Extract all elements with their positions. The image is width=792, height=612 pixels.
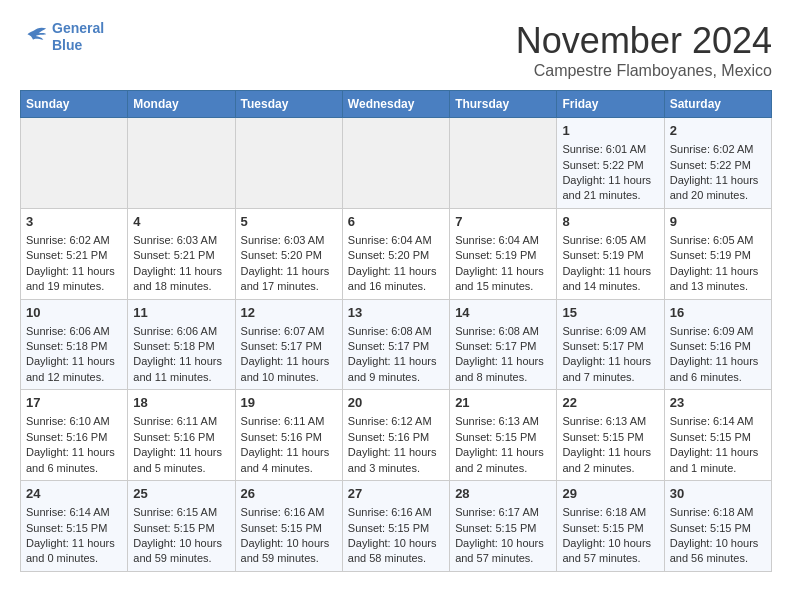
daylight-text: Daylight: 11 hours and 8 minutes. xyxy=(455,355,544,382)
sunrise-text: Sunrise: 6:11 AM xyxy=(241,415,325,427)
calendar-cell: 28 Sunrise: 6:17 AM Sunset: 5:15 PM Dayl… xyxy=(450,481,557,572)
daylight-text: Daylight: 11 hours and 3 minutes. xyxy=(348,446,437,473)
daylight-text: Daylight: 11 hours and 2 minutes. xyxy=(455,446,544,473)
calendar-cell: 26 Sunrise: 6:16 AM Sunset: 5:15 PM Dayl… xyxy=(235,481,342,572)
calendar-table: SundayMondayTuesdayWednesdayThursdayFrid… xyxy=(20,90,772,572)
sunset-text: Sunset: 5:15 PM xyxy=(670,522,751,534)
calendar-cell: 8 Sunrise: 6:05 AM Sunset: 5:19 PM Dayli… xyxy=(557,208,664,299)
calendar-cell: 15 Sunrise: 6:09 AM Sunset: 5:17 PM Dayl… xyxy=(557,299,664,390)
sunset-text: Sunset: 5:18 PM xyxy=(26,340,107,352)
sunrise-text: Sunrise: 6:06 AM xyxy=(133,325,217,337)
sunset-text: Sunset: 5:21 PM xyxy=(26,249,107,261)
daylight-text: Daylight: 10 hours and 59 minutes. xyxy=(133,537,222,564)
day-number: 9 xyxy=(670,213,766,231)
calendar-cell: 6 Sunrise: 6:04 AM Sunset: 5:20 PM Dayli… xyxy=(342,208,449,299)
sunrise-text: Sunrise: 6:06 AM xyxy=(26,325,110,337)
calendar-cell: 25 Sunrise: 6:15 AM Sunset: 5:15 PM Dayl… xyxy=(128,481,235,572)
calendar-cell: 11 Sunrise: 6:06 AM Sunset: 5:18 PM Dayl… xyxy=(128,299,235,390)
calendar-cell: 23 Sunrise: 6:14 AM Sunset: 5:15 PM Dayl… xyxy=(664,390,771,481)
sunrise-text: Sunrise: 6:07 AM xyxy=(241,325,325,337)
daylight-text: Daylight: 11 hours and 13 minutes. xyxy=(670,265,759,292)
day-number: 11 xyxy=(133,304,229,322)
daylight-text: Daylight: 11 hours and 16 minutes. xyxy=(348,265,437,292)
calendar-cell: 21 Sunrise: 6:13 AM Sunset: 5:15 PM Dayl… xyxy=(450,390,557,481)
calendar-header-row: SundayMondayTuesdayWednesdayThursdayFrid… xyxy=(21,91,772,118)
calendar-cell xyxy=(128,118,235,209)
weekday-header: Sunday xyxy=(21,91,128,118)
day-number: 28 xyxy=(455,485,551,503)
sunset-text: Sunset: 5:17 PM xyxy=(348,340,429,352)
sunrise-text: Sunrise: 6:12 AM xyxy=(348,415,432,427)
sunrise-text: Sunrise: 6:05 AM xyxy=(670,234,754,246)
calendar-cell: 29 Sunrise: 6:18 AM Sunset: 5:15 PM Dayl… xyxy=(557,481,664,572)
day-number: 21 xyxy=(455,394,551,412)
logo: General Blue xyxy=(20,20,104,54)
sunrise-text: Sunrise: 6:02 AM xyxy=(670,143,754,155)
sunset-text: Sunset: 5:15 PM xyxy=(26,522,107,534)
weekday-header: Thursday xyxy=(450,91,557,118)
sunrise-text: Sunrise: 6:10 AM xyxy=(26,415,110,427)
day-number: 26 xyxy=(241,485,337,503)
sunrise-text: Sunrise: 6:04 AM xyxy=(455,234,539,246)
sunset-text: Sunset: 5:15 PM xyxy=(455,522,536,534)
day-number: 4 xyxy=(133,213,229,231)
page-header: General Blue November 2024 Campestre Fla… xyxy=(20,20,772,80)
sunset-text: Sunset: 5:22 PM xyxy=(562,159,643,171)
sunset-text: Sunset: 5:17 PM xyxy=(562,340,643,352)
day-number: 6 xyxy=(348,213,444,231)
day-number: 20 xyxy=(348,394,444,412)
daylight-text: Daylight: 10 hours and 59 minutes. xyxy=(241,537,330,564)
daylight-text: Daylight: 11 hours and 17 minutes. xyxy=(241,265,330,292)
sunset-text: Sunset: 5:16 PM xyxy=(241,431,322,443)
sunrise-text: Sunrise: 6:16 AM xyxy=(348,506,432,518)
sunrise-text: Sunrise: 6:14 AM xyxy=(670,415,754,427)
sunset-text: Sunset: 5:17 PM xyxy=(241,340,322,352)
sunset-text: Sunset: 5:19 PM xyxy=(562,249,643,261)
calendar-cell: 22 Sunrise: 6:13 AM Sunset: 5:15 PM Dayl… xyxy=(557,390,664,481)
daylight-text: Daylight: 11 hours and 15 minutes. xyxy=(455,265,544,292)
calendar-week-row: 24 Sunrise: 6:14 AM Sunset: 5:15 PM Dayl… xyxy=(21,481,772,572)
sunrise-text: Sunrise: 6:11 AM xyxy=(133,415,217,427)
sunrise-text: Sunrise: 6:08 AM xyxy=(348,325,432,337)
sunrise-text: Sunrise: 6:04 AM xyxy=(348,234,432,246)
calendar-cell: 7 Sunrise: 6:04 AM Sunset: 5:19 PM Dayli… xyxy=(450,208,557,299)
day-number: 2 xyxy=(670,122,766,140)
day-number: 29 xyxy=(562,485,658,503)
sunset-text: Sunset: 5:16 PM xyxy=(26,431,107,443)
daylight-text: Daylight: 11 hours and 9 minutes. xyxy=(348,355,437,382)
sunrise-text: Sunrise: 6:13 AM xyxy=(455,415,539,427)
day-number: 25 xyxy=(133,485,229,503)
weekday-header: Friday xyxy=(557,91,664,118)
calendar-cell: 20 Sunrise: 6:12 AM Sunset: 5:16 PM Dayl… xyxy=(342,390,449,481)
sunset-text: Sunset: 5:17 PM xyxy=(455,340,536,352)
sunset-text: Sunset: 5:21 PM xyxy=(133,249,214,261)
daylight-text: Daylight: 10 hours and 57 minutes. xyxy=(455,537,544,564)
calendar-cell: 12 Sunrise: 6:07 AM Sunset: 5:17 PM Dayl… xyxy=(235,299,342,390)
sunrise-text: Sunrise: 6:03 AM xyxy=(133,234,217,246)
sunset-text: Sunset: 5:20 PM xyxy=(348,249,429,261)
daylight-text: Daylight: 10 hours and 58 minutes. xyxy=(348,537,437,564)
sunrise-text: Sunrise: 6:02 AM xyxy=(26,234,110,246)
daylight-text: Daylight: 11 hours and 20 minutes. xyxy=(670,174,759,201)
sunrise-text: Sunrise: 6:18 AM xyxy=(670,506,754,518)
calendar-week-row: 3 Sunrise: 6:02 AM Sunset: 5:21 PM Dayli… xyxy=(21,208,772,299)
sunset-text: Sunset: 5:15 PM xyxy=(133,522,214,534)
daylight-text: Daylight: 10 hours and 57 minutes. xyxy=(562,537,651,564)
day-number: 14 xyxy=(455,304,551,322)
daylight-text: Daylight: 11 hours and 18 minutes. xyxy=(133,265,222,292)
calendar-cell: 27 Sunrise: 6:16 AM Sunset: 5:15 PM Dayl… xyxy=(342,481,449,572)
day-number: 18 xyxy=(133,394,229,412)
calendar-cell: 13 Sunrise: 6:08 AM Sunset: 5:17 PM Dayl… xyxy=(342,299,449,390)
calendar-cell: 3 Sunrise: 6:02 AM Sunset: 5:21 PM Dayli… xyxy=(21,208,128,299)
calendar-cell: 19 Sunrise: 6:11 AM Sunset: 5:16 PM Dayl… xyxy=(235,390,342,481)
day-number: 30 xyxy=(670,485,766,503)
sunset-text: Sunset: 5:16 PM xyxy=(348,431,429,443)
day-number: 15 xyxy=(562,304,658,322)
sunrise-text: Sunrise: 6:14 AM xyxy=(26,506,110,518)
logo-bird-icon xyxy=(20,23,48,51)
calendar-cell: 14 Sunrise: 6:08 AM Sunset: 5:17 PM Dayl… xyxy=(450,299,557,390)
day-number: 24 xyxy=(26,485,122,503)
day-number: 7 xyxy=(455,213,551,231)
calendar-cell: 5 Sunrise: 6:03 AM Sunset: 5:20 PM Dayli… xyxy=(235,208,342,299)
daylight-text: Daylight: 11 hours and 19 minutes. xyxy=(26,265,115,292)
